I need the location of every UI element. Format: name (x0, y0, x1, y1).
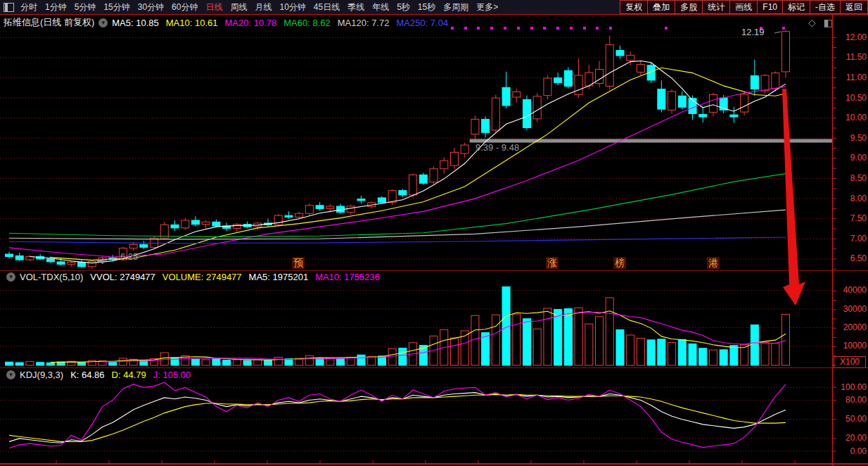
kdj-pane-header: ▾ KDJ(9,3,3) K: 64.86D: 44.79J: 105.00 (2, 370, 198, 380)
period-tab-15秒[interactable]: 15秒 (418, 1, 435, 13)
high-price-annotation: 12.19 (741, 27, 765, 37)
signal-dots (451, 27, 785, 30)
price-axis-label: 8.50 (836, 173, 867, 184)
annotation-connectors (96, 32, 781, 264)
ma-value-MA10: MA10: 10.61 (166, 18, 218, 28)
period-tab-bar: 分时1分钟5分钟15分钟30分钟60分钟日线周线月线10分钟45日线季线年线5秒… (20, 1, 506, 13)
chevron-down-icon[interactable]: ▾ (6, 272, 15, 282)
period-tab-分时[interactable]: 分时 (20, 1, 37, 13)
watermark-涨: 涨 (546, 257, 559, 269)
candlestick-series (6, 30, 790, 269)
period-tab-5秒[interactable]: 5秒 (397, 1, 410, 13)
period-tab-日线[interactable]: 日线 (205, 1, 222, 13)
price-axis-label: 10.00 (836, 113, 867, 123)
action-button-叠加[interactable]: 叠加 (647, 0, 675, 14)
kdj-value-D: D: 44.79 (112, 370, 146, 380)
chevron-down-icon[interactable]: ▾ (6, 370, 15, 379)
kdj-axis-label: 0.00 (836, 446, 867, 457)
volume-value-list: VVOL: 2749477VOLUME: 2749477MA5: 1975201… (90, 272, 387, 282)
ma-value-MA20: MA20: 10.78 (225, 18, 277, 28)
vol-value-VOLUME: VOLUME: 2749477 (162, 272, 242, 282)
action-button-F10[interactable]: F10 (757, 0, 783, 14)
ma-value-list: MA5: 10.85MA10: 10.61MA20: 10.78MA60: 8.… (112, 18, 455, 28)
price-axis-label: 10.50 (836, 93, 867, 103)
price-axis-label: 8.00 (836, 194, 867, 204)
vol-value-VVOL: VVOL: 2749477 (90, 272, 155, 282)
chart-canvas (0, 0, 868, 466)
price-axis-label: 11.00 (836, 73, 867, 83)
diamond-icon[interactable]: ◇ (808, 17, 816, 28)
stock-title: 拓维信息(日线 前复权) (4, 16, 94, 29)
axis-frame (0, 15, 868, 466)
watermark-榜: 榜 (613, 257, 626, 269)
price-axis-label: 12.00 (836, 32, 867, 43)
ma-value-MA5: MA5: 10.85 (112, 18, 159, 28)
toolbar: 分时1分钟5分钟15分钟30分钟60分钟日线周线月线10分钟45日线季线年线5秒… (0, 0, 868, 15)
price-axis-label: 9.50 (836, 133, 867, 144)
period-tab-45日线[interactable]: 45日线 (314, 1, 340, 13)
vol-value-MA5: MA5: 1975201 (249, 272, 309, 282)
volume-axis-label: 10000 (836, 341, 867, 351)
volume-axis-label: 40000 (836, 285, 867, 296)
ma-value-MA60: MA60: 8.62 (283, 18, 331, 28)
window-layout-icon[interactable] (4, 3, 14, 12)
period-tab-5分钟[interactable]: 5分钟 (75, 1, 96, 13)
action-button-画线[interactable]: 画线 (729, 0, 758, 14)
crash-arrow-annotation (782, 89, 805, 306)
low-price-annotation: 6.25 (120, 251, 138, 262)
period-tab-10分钟[interactable]: 10分钟 (279, 1, 305, 13)
watermark-港: 港 (707, 257, 720, 269)
panel-split-icon[interactable]: ◧ (824, 17, 833, 28)
period-tab-季线[interactable]: 季线 (347, 1, 364, 13)
action-button-标记[interactable]: 标记 (782, 0, 810, 14)
stock-chart-window: 分时1分钟5分钟15分钟30分钟60分钟日线周线月线10分钟45日线季线年线5秒… (0, 0, 868, 466)
gap-zone-annotation: 9.39 - 9.48 (476, 142, 519, 153)
kdj-axis-label: 50.00 (836, 414, 867, 424)
price-axis-label: 7.50 (836, 213, 867, 224)
chevron-down-icon[interactable]: ▾ (98, 18, 108, 27)
gap-zone-band (470, 139, 832, 142)
price-axis-label: 11.50 (836, 52, 867, 63)
period-tab-1分钟[interactable]: 1分钟 (45, 1, 67, 13)
volume-axis-label: 20000 (836, 322, 867, 333)
toolbar-action-bar: 复权叠加多股统计画线F10标记-自选返回 (620, 0, 868, 14)
price-axis-label: 6.50 (836, 253, 867, 264)
kdj-value-list: K: 64.86D: 44.79J: 105.00 (70, 370, 198, 380)
period-tab-月线[interactable]: 月线 (255, 1, 272, 13)
period-tab-30分钟[interactable]: 30分钟 (138, 1, 164, 13)
chart-corner-tools: ◇ ◧ (803, 17, 833, 28)
main-chart-header: 拓维信息(日线 前复权) ▾ MA5: 10.85MA10: 10.61MA20… (4, 16, 455, 29)
period-tab-周线[interactable]: 周线 (230, 1, 247, 13)
period-tab-60分钟[interactable]: 60分钟 (172, 1, 198, 13)
price-axis-label: 7.00 (836, 234, 867, 244)
period-tab-更多>[interactable]: 更多> (476, 1, 498, 13)
period-tab-多周期[interactable]: 多周期 (443, 1, 468, 13)
kdj-axis-label: 80.00 (836, 395, 867, 405)
action-button-返回[interactable]: 返回 (840, 0, 868, 14)
volume-indicator-name[interactable]: VOL-TDX(5,10) (20, 272, 83, 282)
kdj-value-K: K: 64.86 (70, 370, 104, 380)
kdj-axis-label: 100.00 (836, 382, 867, 393)
action-button-复权[interactable]: 复权 (620, 0, 648, 14)
action-button-统计[interactable]: 统计 (702, 0, 730, 14)
ma-value-MA120: MA120: 7.72 (338, 18, 390, 28)
volume-pane-header: ▾ VOL-TDX(5,10) VVOL: 2749477VOLUME: 274… (2, 272, 387, 282)
volume-unit-badge: X100 (834, 356, 866, 368)
action-button--自选[interactable]: -自选 (810, 0, 841, 14)
volume-axis-label: 30000 (836, 304, 867, 315)
watermark-预: 预 (292, 257, 305, 269)
kdj-indicator-name[interactable]: KDJ(9,3,3) (20, 370, 63, 380)
period-tab-15分钟[interactable]: 15分钟 (103, 1, 129, 13)
kdj-line-D (9, 394, 786, 441)
action-button-多股[interactable]: 多股 (675, 0, 703, 14)
price-axis-label: 9.00 (836, 153, 867, 163)
kdj-axis-label: 20.00 (836, 433, 867, 443)
period-tab-年线[interactable]: 年线 (372, 1, 389, 13)
kdj-value-J: J: 105.00 (153, 370, 191, 380)
grid-layer (0, 37, 832, 451)
vol-value-MA10: MA10: 1755236 (315, 272, 380, 282)
ma-value-MA250: MA250: 7.04 (396, 18, 448, 28)
